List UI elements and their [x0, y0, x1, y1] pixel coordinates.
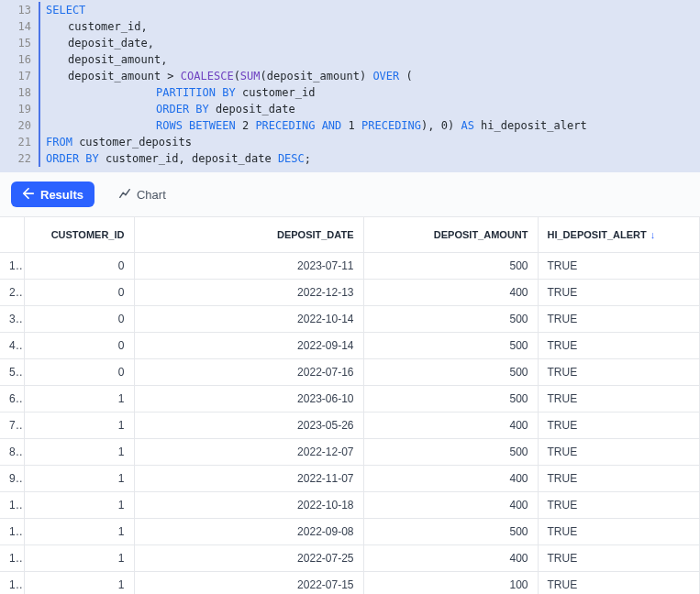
results-tab-label: Results — [40, 188, 83, 202]
cell-customer-id[interactable]: 1 — [24, 518, 134, 544]
line-number: 20 — [0, 117, 31, 134]
results-body: 102023-07-11500TRUE202022-12-13400TRUE30… — [0, 252, 700, 594]
cell-hi-deposit-alert[interactable]: TRUE — [538, 358, 700, 385]
cell-deposit-amount[interactable]: 500 — [363, 305, 538, 332]
cell-hi-deposit-alert[interactable]: TRUE — [538, 571, 700, 594]
code-line: ORDER BY deposit_date — [46, 101, 700, 117]
cell-customer-id[interactable]: 0 — [24, 305, 134, 332]
cell-deposit-date[interactable]: 2022-11-07 — [134, 465, 363, 491]
table-row[interactable]: 102023-07-11500TRUE — [0, 252, 700, 279]
cell-deposit-amount[interactable]: 500 — [363, 252, 538, 279]
cell-deposit-amount[interactable]: 400 — [363, 279, 538, 305]
line-number: 13 — [0, 2, 31, 18]
cell-deposit-amount[interactable]: 500 — [363, 438, 538, 465]
results-tabbar: Results Chart — [0, 172, 700, 217]
cell-hi-deposit-alert[interactable]: TRUE — [538, 465, 700, 491]
cell-customer-id[interactable]: 0 — [24, 332, 134, 358]
cell-hi-deposit-alert[interactable]: TRUE — [538, 491, 700, 518]
cell-deposit-amount[interactable]: 400 — [363, 412, 538, 438]
cell-deposit-date[interactable]: 2023-07-11 — [134, 252, 363, 279]
row-number: 3 — [0, 305, 24, 332]
cell-deposit-date[interactable]: 2022-07-16 — [134, 358, 363, 385]
table-row[interactable]: 912022-11-07400TRUE — [0, 465, 700, 491]
chart-tab-label: Chart — [137, 188, 166, 202]
table-row[interactable]: 1012022-10-18400TRUE — [0, 491, 700, 518]
cell-deposit-date[interactable]: 2022-10-14 — [134, 305, 363, 332]
row-number: 8 — [0, 438, 24, 465]
row-number: 13 — [0, 571, 24, 594]
cell-customer-id[interactable]: 1 — [24, 491, 134, 518]
cell-deposit-date[interactable]: 2022-12-07 — [134, 438, 363, 465]
row-number: 7 — [0, 412, 24, 438]
cell-deposit-amount[interactable]: 400 — [363, 544, 538, 571]
table-row[interactable]: 202022-12-13400TRUE — [0, 279, 700, 305]
cell-deposit-amount[interactable]: 500 — [363, 358, 538, 385]
cell-customer-id[interactable]: 1 — [24, 438, 134, 465]
code-content[interactable]: SELECTcustomer_id,deposit_date,deposit_a… — [39, 2, 700, 167]
cell-deposit-date[interactable]: 2022-12-13 — [134, 279, 363, 305]
code-line: ORDER BY customer_id, deposit_date DESC; — [46, 150, 700, 167]
rownum-header — [0, 217, 24, 252]
line-number: 16 — [0, 51, 31, 68]
col-header-hi-deposit-alert[interactable]: HI_DEPOSIT_ALERT↓ — [538, 217, 700, 252]
cell-customer-id[interactable]: 0 — [24, 358, 134, 385]
table-row[interactable]: 402022-09-14500TRUE — [0, 332, 700, 358]
row-number: 6 — [0, 385, 24, 412]
cell-deposit-amount[interactable]: 400 — [363, 491, 538, 518]
header-row: CUSTOMER_ID DEPOSIT_DATE DEPOSIT_AMOUNT … — [0, 217, 700, 252]
row-number: 11 — [0, 518, 24, 544]
cell-deposit-date[interactable]: 2022-09-14 — [134, 332, 363, 358]
cell-hi-deposit-alert[interactable]: TRUE — [538, 305, 700, 332]
row-number: 1 — [0, 252, 24, 279]
cell-customer-id[interactable]: 1 — [24, 544, 134, 571]
cell-deposit-amount[interactable]: 500 — [363, 332, 538, 358]
sql-editor[interactable]: 13141516171819202122 SELECTcustomer_id,d… — [0, 0, 700, 172]
code-line: customer_id, — [46, 18, 700, 35]
line-gutter: 13141516171819202122 — [0, 2, 39, 167]
cell-hi-deposit-alert[interactable]: TRUE — [538, 412, 700, 438]
code-line: SELECT — [46, 2, 700, 18]
cell-deposit-date[interactable]: 2022-07-25 — [134, 544, 363, 571]
row-number: 5 — [0, 358, 24, 385]
cell-customer-id[interactable]: 0 — [24, 279, 134, 305]
cell-hi-deposit-alert[interactable]: TRUE — [538, 279, 700, 305]
cell-hi-deposit-alert[interactable]: TRUE — [538, 438, 700, 465]
col-header-customer-id[interactable]: CUSTOMER_ID — [24, 217, 134, 252]
cell-deposit-amount[interactable]: 500 — [363, 518, 538, 544]
cell-deposit-amount[interactable]: 500 — [363, 385, 538, 412]
cell-hi-deposit-alert[interactable]: TRUE — [538, 385, 700, 412]
table-row[interactable]: 612023-06-10500TRUE — [0, 385, 700, 412]
cell-deposit-amount[interactable]: 100 — [363, 571, 538, 594]
code-line: ROWS BETWEEN 2 PRECEDING AND 1 PRECEDING… — [46, 117, 700, 134]
cell-customer-id[interactable]: 1 — [24, 465, 134, 491]
chart-tab[interactable]: Chart — [107, 182, 177, 207]
col-header-deposit-date[interactable]: DEPOSIT_DATE — [134, 217, 363, 252]
cell-customer-id[interactable]: 1 — [24, 385, 134, 412]
table-row[interactable]: 812022-12-07500TRUE — [0, 438, 700, 465]
table-row[interactable]: 712023-05-26400TRUE — [0, 412, 700, 438]
cell-deposit-date[interactable]: 2023-05-26 — [134, 412, 363, 438]
cell-deposit-date[interactable]: 2022-09-08 — [134, 518, 363, 544]
table-row[interactable]: 1212022-07-25400TRUE — [0, 544, 700, 571]
line-number: 17 — [0, 68, 31, 84]
table-row[interactable]: 1312022-07-15100TRUE — [0, 571, 700, 594]
cell-hi-deposit-alert[interactable]: TRUE — [538, 544, 700, 571]
cell-hi-deposit-alert[interactable]: TRUE — [538, 518, 700, 544]
table-row[interactable]: 1112022-09-08500TRUE — [0, 518, 700, 544]
cell-hi-deposit-alert[interactable]: TRUE — [538, 252, 700, 279]
cell-deposit-date[interactable]: 2022-07-15 — [134, 571, 363, 594]
cell-customer-id[interactable]: 0 — [24, 252, 134, 279]
cell-deposit-date[interactable]: 2022-10-18 — [134, 491, 363, 518]
cell-customer-id[interactable]: 1 — [24, 412, 134, 438]
code-line: deposit_amount, — [46, 51, 700, 68]
row-number: 4 — [0, 332, 24, 358]
table-row[interactable]: 302022-10-14500TRUE — [0, 305, 700, 332]
col-header-deposit-amount[interactable]: DEPOSIT_AMOUNT — [363, 217, 538, 252]
cell-deposit-amount[interactable]: 400 — [363, 465, 538, 491]
results-tab[interactable]: Results — [11, 182, 94, 207]
cell-customer-id[interactable]: 1 — [24, 571, 134, 594]
results-table: CUSTOMER_ID DEPOSIT_DATE DEPOSIT_AMOUNT … — [0, 217, 700, 594]
cell-deposit-date[interactable]: 2023-06-10 — [134, 385, 363, 412]
cell-hi-deposit-alert[interactable]: TRUE — [538, 332, 700, 358]
table-row[interactable]: 502022-07-16500TRUE — [0, 358, 700, 385]
